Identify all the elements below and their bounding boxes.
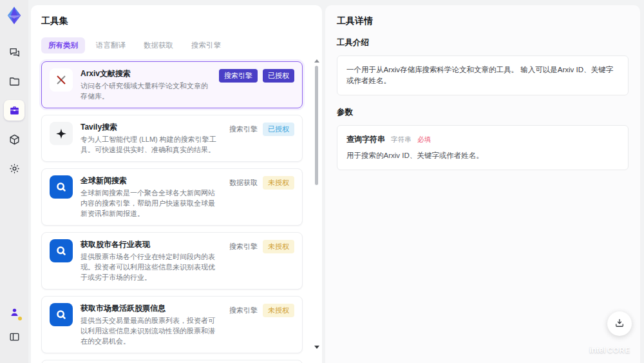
tool-text: 获取股市各行业表现 提供股票市场各个行业在特定时间段内的表现。投资者可以利用这些… xyxy=(80,239,222,282)
scrollbar-thumb[interactable] xyxy=(315,66,318,185)
tool-title: Arxiv文献搜索 xyxy=(80,68,211,79)
tool-auth-badge: 未授权 xyxy=(263,176,294,190)
tool-title: 获取股市各行业表现 xyxy=(80,239,222,250)
tool-description: 提供当天交易量最高的股票列表，投资者可以利用这些信息来识别流动性强的股票和潜在的… xyxy=(80,315,222,346)
tool-title: Tavily搜索 xyxy=(80,122,222,132)
category-tab[interactable]: 数据获取 xyxy=(137,37,180,54)
category-tabs: 所有类别 语言翻译 数据获取 搜索引擎 xyxy=(41,37,312,54)
tool-list: Arxiv文献搜索 访问各个研究领域大量科学论文和文章的存储库。 搜索引擎 已授… xyxy=(41,61,312,363)
status-dot xyxy=(18,317,22,320)
tool-card[interactable]: Arxiv文献搜索 访问各个研究领域大量科学论文和文章的存储库。 搜索引擎 已授… xyxy=(41,61,303,108)
sidebar-rail xyxy=(0,0,28,363)
q-search-icon xyxy=(50,239,73,262)
detail-title: 工具详情 xyxy=(337,15,629,27)
intro-box: 一个用于从Arxiv存储库搜索科学论文和文章的工具。 输入可以是Arxiv ID… xyxy=(337,55,629,95)
scrollbar-down-arrow-icon[interactable] xyxy=(314,346,319,349)
tool-title: 获取市场最活跃股票信息 xyxy=(80,303,222,313)
gear-icon xyxy=(8,162,21,175)
tool-category-badge: 搜索引擎 xyxy=(229,304,258,317)
tool-badges: 搜索引擎 已授权 xyxy=(229,122,294,155)
sidebar-item-toolbox[interactable] xyxy=(4,100,24,121)
tool-auth-badge: 已授权 xyxy=(263,123,294,136)
tool-card[interactable]: 万维地区新闻查询 查询具体行政区划内的新闻，快速了解各地新闻动 搜索引擎 未授权 xyxy=(41,360,303,363)
tool-description: 专为人工智能代理 (LLM) 构建的搜索引擎工具。可快速提供实时、准确和真实的结… xyxy=(80,134,222,155)
tool-card[interactable]: 获取市场最活跃股票信息 提供当天交易量最高的股票列表，投资者可以利用这些信息来识… xyxy=(41,296,303,353)
tool-detail-panel: 工具详情 工具介绍 一个用于从Arxiv存储库搜索科学论文和文章的工具。 输入可… xyxy=(325,5,640,363)
tool-card[interactable]: Tavily搜索 专为人工智能代理 (LLM) 构建的搜索引擎工具。可快速提供实… xyxy=(41,115,303,162)
folder-icon xyxy=(8,75,21,88)
cube-icon xyxy=(8,133,21,146)
tool-auth-badge: 未授权 xyxy=(263,304,294,317)
category-tab[interactable]: 语言翻译 xyxy=(89,37,133,54)
param-name: 查询字符串 xyxy=(346,135,385,144)
tool-text: Tavily搜索 专为人工智能代理 (LLM) 构建的搜索引擎工具。可快速提供实… xyxy=(80,122,222,155)
tool-badges: 搜索引擎 未授权 xyxy=(229,239,294,282)
chat-bubbles-icon xyxy=(8,46,21,59)
sidebar-item-cube[interactable] xyxy=(4,129,24,150)
tool-auth-badge: 已授权 xyxy=(263,69,294,83)
tool-list-panel: 工具集 所有类别 语言翻译 数据获取 搜索引擎 Arxiv文献搜索 访问各个研究… xyxy=(31,5,322,363)
param-required-flag: 必填 xyxy=(417,135,431,143)
sidebar-item-folder[interactable] xyxy=(4,71,24,92)
q-search-icon xyxy=(50,175,73,199)
param-header: 查询字符串 字符串 必填 xyxy=(346,134,619,145)
user-avatar-icon[interactable] xyxy=(4,302,24,322)
tool-description: 全球新闻搜索是一个聚合全球各大新闻网站内容的搜索引擎，帮助用户快速获取全球最新资… xyxy=(80,188,222,219)
category-tab[interactable]: 搜索引擎 xyxy=(184,37,228,54)
tool-badges: 搜索引擎 已授权 xyxy=(219,68,294,101)
sidebar-item-settings[interactable] xyxy=(4,158,24,179)
app-window: 工具集 所有类别 语言翻译 数据获取 搜索引擎 Arxiv文献搜索 访问各个研究… xyxy=(0,0,644,363)
download-button[interactable] xyxy=(607,311,632,336)
intro-text: 一个用于从Arxiv存储库搜索科学论文和文章的工具。 输入可以是Arxiv ID… xyxy=(346,66,613,84)
tool-category-badge: 搜索引擎 xyxy=(229,123,258,136)
tool-category-badge: 数据获取 xyxy=(229,176,258,190)
intro-heading: 工具介绍 xyxy=(337,37,629,48)
tool-card[interactable]: 获取股市各行业表现 提供股票市场各个行业在特定时间段内的表现。投资者可以利用这些… xyxy=(41,232,303,289)
brand-core-text: CORE xyxy=(607,346,630,354)
download-icon xyxy=(614,317,625,331)
tool-text: Arxiv文献搜索 访问各个研究领域大量科学论文和文章的存储库。 xyxy=(80,68,211,101)
content-panels: 工具集 所有类别 语言翻译 数据获取 搜索引擎 Arxiv文献搜索 访问各个研究… xyxy=(28,0,644,363)
param-box: 查询字符串 字符串 必填 用于搜索的Arxiv ID、关键字或作者姓名。 xyxy=(337,125,629,170)
param-type: 字符串 xyxy=(391,135,412,143)
tool-auth-badge: 未授权 xyxy=(263,240,294,253)
toolbox-icon xyxy=(8,104,21,117)
tool-title: 全球新闻搜索 xyxy=(80,175,222,186)
brand-intel-text: intel xyxy=(589,345,605,355)
tool-text: 获取市场最活跃股票信息 提供当天交易量最高的股票列表，投资者可以利用这些信息来识… xyxy=(80,303,222,346)
tool-description: 提供股票市场各个行业在特定时间段内的表现。投资者可以利用这些信息来识别表现优于或… xyxy=(80,251,222,282)
scrollbar[interactable] xyxy=(314,59,319,360)
tavily-star-icon xyxy=(50,122,73,145)
page-title: 工具集 xyxy=(41,15,312,27)
intel-core-logo: intel CORE xyxy=(589,345,630,355)
tool-badges: 数据获取 未授权 xyxy=(229,175,294,219)
panel-toggle-icon[interactable] xyxy=(4,326,24,347)
scrollbar-up-arrow-icon[interactable] xyxy=(314,59,319,63)
sidebar-item-chat[interactable] xyxy=(4,42,24,63)
tool-description: 访问各个研究领域大量科学论文和文章的存储库。 xyxy=(80,81,211,101)
tool-card[interactable]: 全球新闻搜索 全球新闻搜索是一个聚合全球各大新闻网站内容的搜索引擎，帮助用户快速… xyxy=(41,168,303,226)
arxiv-x-icon xyxy=(50,68,73,92)
tool-category-badge: 搜索引擎 xyxy=(219,69,258,83)
category-tab[interactable]: 所有类别 xyxy=(41,37,85,54)
params-heading: 参数 xyxy=(337,107,629,118)
q-search-icon xyxy=(50,303,73,326)
app-logo-diamond-icon xyxy=(5,6,24,25)
param-description: 用于搜索的Arxiv ID、关键字或作者姓名。 xyxy=(346,150,619,161)
tool-text: 全球新闻搜索 全球新闻搜索是一个聚合全球各大新闻网站内容的搜索引擎，帮助用户快速… xyxy=(80,175,222,219)
tool-badges: 搜索引擎 未授权 xyxy=(229,303,294,346)
tool-category-badge: 搜索引擎 xyxy=(229,240,258,253)
